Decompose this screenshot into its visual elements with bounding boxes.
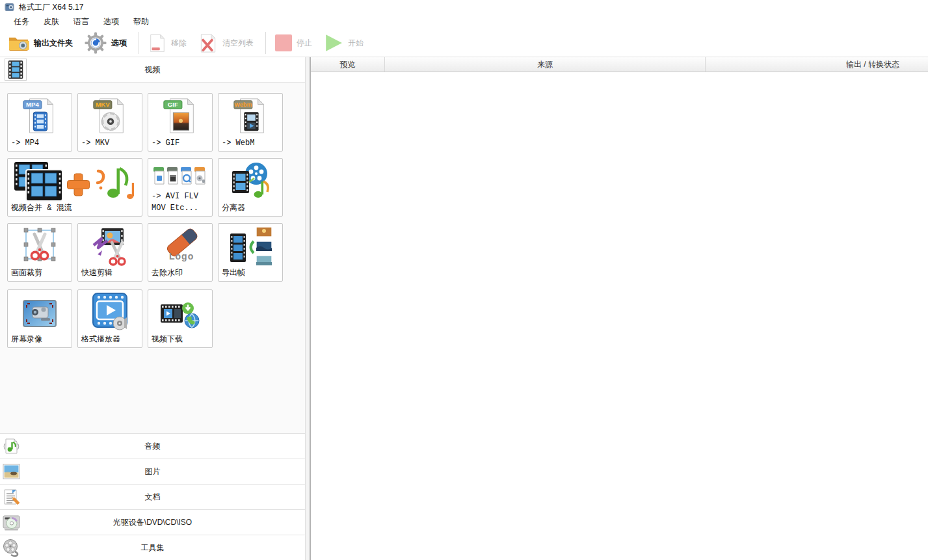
tile-label: 格式播放器 (81, 334, 120, 345)
stop-button[interactable]: 停止 (275, 34, 312, 51)
output-folder-button[interactable]: 输出文件夹 (8, 34, 73, 52)
menu-skin[interactable]: 皮肤 (36, 14, 66, 29)
sidebar-item-toolset[interactable]: 工具集 (0, 535, 305, 560)
mkv-badge-text: MKV (96, 101, 110, 108)
toolbar: 输出文件夹 选项 (0, 29, 928, 57)
tile-label: 分离器 (222, 203, 245, 214)
webm-file-icon: Webm (219, 96, 282, 136)
sidebar-item-label: 光驱设备\DVD\CD\ISO (0, 517, 305, 528)
stop-label: 停止 (297, 38, 312, 49)
format-player-icon (78, 292, 142, 332)
app-logo-icon (5, 3, 14, 12)
tile-screen-record[interactable]: 屏幕录像 (7, 289, 72, 348)
crop-scissors-icon (8, 226, 72, 266)
gif-badge-text: GIF (168, 101, 178, 108)
gear-icon (85, 32, 107, 54)
video-merge-icon (8, 161, 142, 202)
tile-video-download[interactable]: 视频下载 (148, 289, 213, 348)
tile-label: -> AVI FLV MOV Etc... (152, 191, 198, 214)
section-header-video[interactable]: 视频 (0, 57, 305, 83)
category-sidebar: 视频 MP4 (0, 57, 306, 560)
splitter-icon (219, 161, 282, 202)
tile-label: 视频下载 (152, 334, 183, 345)
tile-to-avi-flv-mov[interactable]: -> AVI FLV MOV Etc... (148, 158, 213, 217)
clear-list-label: 清空列表 (222, 38, 254, 49)
tile-to-gif[interactable]: GIF -> GIF (148, 93, 213, 152)
task-list-panel: 预览 来源 输出 / 转换状态 (311, 57, 928, 560)
menu-help[interactable]: 帮助 (126, 14, 156, 29)
mp4-file-icon: MP4 (8, 96, 72, 136)
folder-icon (8, 34, 29, 52)
tile-label: 导出帧 (222, 268, 245, 279)
tile-label: 去除水印 (152, 268, 183, 279)
sidebar-item-label: 图片 (0, 466, 305, 477)
column-header-output-status[interactable]: 输出 / 转换状态 (706, 57, 928, 72)
tile-export-frames[interactable]: 导出帧 (218, 223, 283, 282)
clear-list-icon (198, 33, 218, 53)
panel-splitter[interactable] (306, 57, 311, 560)
webm-badge-text: Webm (234, 101, 252, 108)
start-button[interactable]: 开始 (324, 33, 364, 53)
tile-quick-clip[interactable]: 快速剪辑 (77, 223, 142, 282)
sidebar-item-document[interactable]: 文档 (0, 484, 305, 509)
tile-label: 快速剪辑 (81, 268, 113, 279)
tile-label: -> WebM (222, 138, 254, 149)
options-label: 选项 (111, 38, 127, 49)
start-label: 开始 (348, 38, 364, 49)
tile-format-player[interactable]: 格式播放器 (77, 289, 142, 348)
eraser-logo-icon: Logo (148, 226, 212, 266)
tile-label: 画面裁剪 (11, 268, 42, 279)
sidebar-item-label: 工具集 (0, 542, 305, 553)
column-header-source[interactable]: 来源 (385, 57, 706, 72)
menu-bar: 任务 皮肤 语言 选项 帮助 (0, 14, 928, 29)
toolbar-separator (139, 32, 139, 54)
play-triangle-icon (324, 33, 343, 53)
menu-options[interactable]: 选项 (96, 14, 126, 29)
sidebar-item-audio[interactable]: 音频 (0, 433, 305, 459)
tile-splitter[interactable]: 分离器 (218, 158, 283, 217)
video-download-icon (148, 300, 212, 329)
tile-label: -> MP4 (11, 138, 39, 149)
sidebar-item-picture[interactable]: 图片 (0, 459, 305, 484)
window-title: 格式工厂 X64 5.17 (19, 2, 83, 13)
stop-square-icon (275, 34, 292, 51)
toolbar-separator (265, 32, 266, 54)
tile-crop[interactable]: 画面裁剪 (7, 223, 72, 282)
export-frames-icon (219, 226, 282, 267)
mp4-badge-text: MP4 (26, 101, 39, 108)
clear-list-button[interactable]: 清空列表 (198, 33, 254, 53)
screen-record-icon (8, 298, 72, 332)
sidebar-item-label: 文档 (0, 492, 305, 503)
main-area: 视频 MP4 (0, 57, 928, 560)
remove-label: 移除 (171, 38, 187, 49)
tile-to-mkv[interactable]: MKV -> MKV (77, 93, 142, 152)
quick-clip-icon (78, 226, 142, 266)
menu-task[interactable]: 任务 (7, 14, 36, 29)
title-bar: 格式工厂 X64 5.17 (0, 0, 928, 14)
video-section-label: 视频 (0, 64, 305, 75)
sidebar-item-rom-device[interactable]: 光驱设备\DVD\CD\ISO (0, 509, 305, 535)
tile-remove-watermark[interactable]: Logo 去除水印 (148, 223, 213, 282)
output-folder-label: 输出文件夹 (34, 38, 73, 49)
task-list-body (311, 72, 928, 560)
tile-video-merge-mux[interactable]: 视频合并 & 混流 (7, 158, 142, 217)
remove-button[interactable]: 移除 (148, 33, 187, 53)
tile-label: 屏幕录像 (11, 334, 42, 345)
tile-to-webm[interactable]: Webm -> (218, 93, 283, 152)
category-accordion: 音频 图片 (0, 433, 305, 560)
sidebar-item-label: 音频 (0, 441, 305, 452)
tile-label: -> GIF (152, 138, 179, 149)
menu-language[interactable]: 语言 (66, 14, 96, 29)
logo-watermark-text: Logo (169, 251, 194, 261)
task-list-header: 预览 来源 输出 / 转换状态 (311, 57, 928, 72)
remove-file-icon (148, 33, 166, 53)
mkv-file-icon: MKV (78, 96, 142, 136)
tile-label: -> MKV (81, 138, 109, 149)
column-header-preview[interactable]: 预览 (311, 57, 385, 72)
options-button[interactable]: 选项 (85, 32, 127, 54)
multi-format-icon (148, 167, 212, 189)
tile-label: 视频合并 & 混流 (11, 203, 72, 214)
gif-file-icon: GIF (148, 96, 212, 136)
tile-to-mp4[interactable]: MP4 (7, 93, 72, 152)
video-tiles-grid: MP4 (0, 83, 305, 433)
